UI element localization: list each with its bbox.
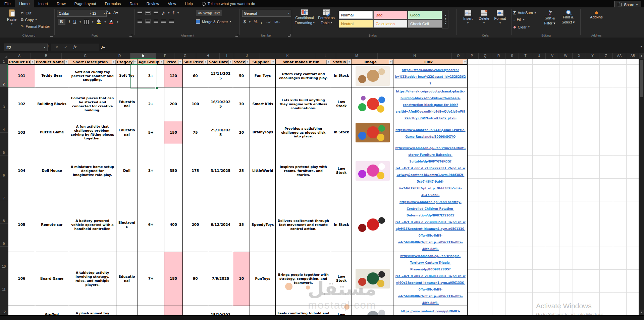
- cell-supplier[interactable]: Smart Kids: [250, 87, 276, 121]
- column-header-A[interactable]: A: [8, 53, 31, 59]
- cell-supplier[interactable]: LittleWorld: [250, 144, 276, 198]
- cell-status[interactable]: Low Stock: [331, 306, 352, 316]
- header-link[interactable]: Link▼: [393, 59, 468, 65]
- cell-supplier[interactable]: SpeedyToys: [250, 198, 276, 252]
- borders-button[interactable]: [84, 20, 89, 24]
- cell-status[interactable]: Low Stock: [331, 252, 352, 306]
- select-all-corner[interactable]: [0, 53, 8, 59]
- column-header-L[interactable]: L: [315, 53, 336, 59]
- formula-input[interactable]: 3+: [101, 44, 105, 51]
- cell-category[interactable]: Educational: [116, 252, 138, 306]
- row-header-1[interactable]: 1: [0, 59, 8, 64]
- filter-button-ctegory[interactable]: ▼: [133, 60, 137, 64]
- cell-price[interactable]: 350: [164, 144, 182, 198]
- addins-button[interactable]: Add-ins: [582, 11, 610, 19]
- column-header-T[interactable]: T: [519, 53, 532, 59]
- cell-category[interactable]: Soft Toy: [116, 65, 138, 87]
- cell-stock[interactable]: 50: [233, 65, 250, 87]
- cell-image[interactable]: [352, 252, 393, 306]
- comma-style-button[interactable]: ,: [261, 19, 262, 24]
- puzzle-board-photo[interactable]: [356, 123, 390, 142]
- merge-center-button[interactable]: Merge & Center ▾: [196, 19, 231, 24]
- cell-category[interactable]: Doll: [116, 144, 138, 198]
- menu-tab-data[interactable]: Data: [125, 0, 142, 7]
- delete-cells-button[interactable]: Delete ▾: [476, 10, 492, 24]
- header-ctegory[interactable]: Ctegory▼: [116, 59, 138, 65]
- cell-product-id[interactable]: 103: [8, 121, 35, 144]
- align-bottom-button[interactable]: [154, 11, 158, 14]
- cell-product-id[interactable]: 107: [8, 306, 35, 316]
- cell-price[interactable]: 150: [164, 121, 182, 144]
- cell-supplier[interactable]: CozyKids: [250, 306, 276, 316]
- column-header-E[interactable]: E: [130, 53, 156, 59]
- cell-stock[interactable]: 25: [233, 144, 250, 198]
- paragraph-marks-button[interactable]: ¶: [172, 11, 174, 15]
- filter-button-status[interactable]: ▼: [347, 60, 351, 64]
- vertical-scrollbar[interactable]: ▲ ▼: [639, 53, 644, 315]
- cell-status[interactable]: Low Stock: [331, 87, 352, 121]
- menu-tab-page-layout[interactable]: Page Layout: [70, 0, 101, 7]
- column-header-U[interactable]: U: [532, 53, 546, 59]
- fill-button[interactable]: ↓ Fill ▾: [513, 17, 525, 21]
- insert-function-button[interactable]: fx: [73, 45, 76, 50]
- menu-tab-home[interactable]: Home: [15, 0, 34, 7]
- filter-button-short-description[interactable]: ▼: [112, 60, 116, 64]
- building-blocks-photo[interactable]: [356, 94, 390, 114]
- underline-button[interactable]: U: [73, 19, 76, 24]
- column-header-M[interactable]: M: [336, 53, 378, 59]
- cell-sale-price[interactable]: 60: [182, 65, 208, 87]
- filter-button-price[interactable]: ▼: [178, 60, 182, 64]
- cell-image[interactable]: [352, 198, 393, 252]
- style-normal[interactable]: Normal: [339, 11, 373, 19]
- cell-sale-price[interactable]: 90: [182, 252, 208, 306]
- cell-age-group[interactable]: 6+: [138, 198, 164, 252]
- cell-product-id[interactable]: 105: [8, 198, 35, 252]
- column-header-H[interactable]: H: [196, 53, 220, 59]
- cell-what-makes-it-fun[interactable]: Offers cozy comfort and encourages nurtu…: [276, 65, 331, 87]
- row-header-6[interactable]: 6: [0, 155, 8, 178]
- product-link[interactable]: https://chanak.co/products/chanak-plasti…: [396, 90, 465, 120]
- font-size-select[interactable]: 12 ▾: [91, 10, 107, 17]
- decrease-decimal-button[interactable]: .00→: [274, 20, 280, 23]
- style-check-cell[interactable]: Check Cell: [408, 19, 442, 28]
- font-name-select[interactable]: Calibri ▾: [57, 10, 93, 17]
- column-header-Q[interactable]: Q: [479, 53, 492, 59]
- cell-supplier[interactable]: Fun Toys: [250, 65, 276, 87]
- find-select-button[interactable]: Find & Select ▾: [559, 10, 577, 24]
- cell-product-name[interactable]: Remote car: [35, 198, 69, 252]
- header-supplier[interactable]: Supplier▼: [250, 59, 276, 65]
- cell-age-group[interactable]: 3+: [138, 306, 164, 316]
- cell-product-name[interactable]: Teddy Bear: [35, 65, 69, 87]
- cell-sold-date[interactable]: 25/10/2025: [208, 121, 233, 144]
- tell-me-box[interactable]: Tell me what you want to do: [202, 0, 255, 7]
- remote-car-photo[interactable]: [356, 215, 390, 235]
- menu-tab-view[interactable]: View: [163, 0, 180, 7]
- autosum-button[interactable]: Σ AutoSum ▾: [513, 10, 536, 15]
- cell-stock[interactable]: 30: [233, 87, 250, 121]
- cell-short-description[interactable]: A plush animal toy that's soft and hugga…: [69, 306, 116, 316]
- align-right-button[interactable]: [154, 20, 158, 23]
- menu-tab-file[interactable]: File: [0, 0, 15, 7]
- header-status[interactable]: Status▼: [331, 59, 352, 65]
- row-header-3[interactable]: 3: [0, 87, 8, 110]
- cell-product-name[interactable]: Doll House: [35, 144, 69, 198]
- alignment-dialog-launcher[interactable]: [235, 34, 238, 37]
- cell-age-group[interactable]: 3+: [138, 65, 164, 87]
- cell-price[interactable]: 120: [164, 65, 182, 87]
- cell-supplier[interactable]: BrainyToys: [250, 121, 276, 144]
- cell-short-description[interactable]: Colorful pieces that can be stacked and …: [69, 87, 116, 121]
- cell-stock[interactable]: 20: [233, 121, 250, 144]
- column-header-R[interactable]: R: [492, 53, 505, 59]
- row-header-7[interactable]: 7: [0, 178, 8, 201]
- cell-product-id[interactable]: 101: [8, 65, 35, 87]
- filter-button-product-id[interactable]: ▼: [31, 60, 35, 64]
- doll-house-photo[interactable]: [356, 161, 390, 181]
- cell-what-makes-it-fun[interactable]: Provides a satisfying challenge as piece…: [276, 121, 331, 144]
- cell-link[interactable]: https://www.amazon.eg/-/en/Princess-Mult…: [393, 144, 468, 198]
- cell-status[interactable]: In Stock: [331, 65, 352, 87]
- align-top-button[interactable]: [138, 11, 142, 14]
- header-image[interactable]: Image▼: [352, 59, 393, 65]
- cell-link[interactable]: https://chanak.co/products/chanak-plasti…: [393, 87, 468, 121]
- header-short-description[interactable]: Short Description▼: [69, 59, 116, 65]
- cell-sold-date[interactable]: 6/12/2024: [208, 198, 233, 252]
